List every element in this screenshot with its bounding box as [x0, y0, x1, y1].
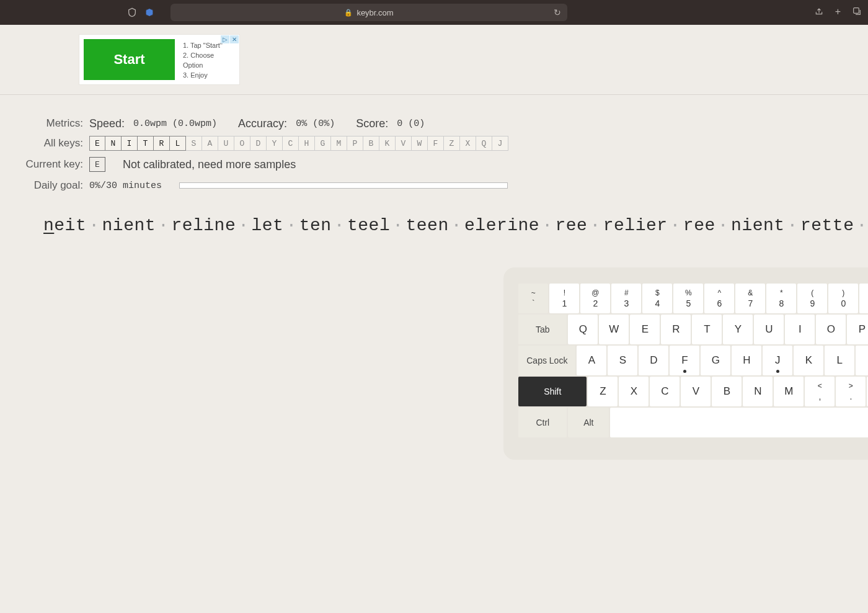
key-indicator-n[interactable]: N: [105, 136, 122, 151]
key-indicator-j[interactable]: J: [492, 136, 508, 151]
extension-icon[interactable]: [144, 7, 154, 17]
key-indicator-i[interactable]: I: [122, 136, 138, 151]
key-8[interactable]: *8: [766, 284, 796, 313]
key-indicator-u[interactable]: U: [218, 136, 234, 151]
key-indicator-z[interactable]: Z: [444, 136, 460, 151]
key-t[interactable]: T: [692, 315, 722, 344]
key--[interactable]: _-: [859, 284, 868, 313]
key-e[interactable]: E: [630, 315, 660, 344]
key-indicator-o[interactable]: O: [234, 136, 250, 151]
share-icon[interactable]: [814, 6, 824, 19]
accuracy-value: 0% (0%): [296, 119, 335, 129]
dailygoal-label: Daily goal:: [0, 179, 89, 192]
key-w[interactable]: W: [599, 315, 629, 344]
key-5[interactable]: %5: [673, 284, 703, 313]
key-s[interactable]: S: [608, 346, 637, 375]
key-a[interactable]: A: [577, 346, 606, 375]
all-keys-row: ENITRLSAUODYCHGMPBKVWFZXQJ: [89, 136, 508, 151]
key-q[interactable]: Q: [568, 315, 598, 344]
key-tab[interactable]: Tab: [518, 315, 567, 344]
key-4[interactable]: $4: [642, 284, 672, 313]
key-m[interactable]: M: [774, 377, 804, 406]
key-l[interactable]: L: [825, 346, 854, 375]
ad-box[interactable]: Start 1. Tap "Start" 2. Choose Option 3.…: [79, 35, 239, 84]
key-.[interactable]: >.: [836, 377, 866, 406]
key-indicator-c[interactable]: C: [283, 136, 299, 151]
key-f[interactable]: F: [670, 346, 699, 375]
key-indicator-f[interactable]: F: [428, 136, 444, 151]
key-indicator-t[interactable]: T: [138, 136, 154, 151]
ad-start-button[interactable]: Start: [84, 39, 175, 80]
key-g[interactable]: G: [701, 346, 730, 375]
key-indicator-s[interactable]: S: [186, 136, 202, 151]
key-9[interactable]: (9: [797, 284, 827, 313]
key-0[interactable]: )0: [828, 284, 858, 313]
current-key-status: Not calibrated, need more samples: [123, 158, 296, 171]
key-indicator-r[interactable]: R: [154, 136, 170, 151]
key-indicator-w[interactable]: W: [412, 136, 428, 151]
key-i[interactable]: I: [785, 315, 815, 344]
key-space[interactable]: [610, 408, 868, 437]
dailygoal-value: 0%/30 minutes: [89, 181, 162, 191]
key-r[interactable]: R: [661, 315, 691, 344]
key-;[interactable]: :;: [856, 346, 868, 375]
url-bar[interactable]: 🔒 keybr.com ↻: [170, 4, 567, 21]
key-indicator-b[interactable]: B: [363, 136, 379, 151]
key-2[interactable]: @2: [580, 284, 610, 313]
key-capslock[interactable]: Caps Lock: [518, 346, 575, 375]
adchoices-icon[interactable]: ▷: [221, 35, 229, 43]
key-j[interactable]: J: [763, 346, 792, 375]
key-6[interactable]: ^6: [704, 284, 734, 313]
key-3[interactable]: #3: [611, 284, 641, 313]
key-o[interactable]: O: [816, 315, 846, 344]
tabs-overview-icon[interactable]: [852, 6, 862, 19]
refresh-icon[interactable]: ↻: [554, 7, 561, 17]
metrics-label: Metrics:: [0, 117, 89, 130]
key-indicator-p[interactable]: P: [347, 136, 363, 151]
key-7[interactable]: &7: [735, 284, 765, 313]
key-indicator-a[interactable]: A: [202, 136, 218, 151]
key-indicator-q[interactable]: Q: [476, 136, 492, 151]
key-y[interactable]: Y: [723, 315, 753, 344]
key-d[interactable]: D: [639, 346, 668, 375]
key-indicator-h[interactable]: H: [299, 136, 315, 151]
speed-value: 0.0wpm (0.0wpm): [133, 119, 217, 129]
key-backtick[interactable]: ~`: [518, 284, 548, 313]
key-left-shift[interactable]: Shift: [518, 377, 587, 406]
ad-banner-region: Start 1. Tap "Start" 2. Choose Option 3.…: [0, 25, 868, 95]
key-indicator-k[interactable]: K: [379, 136, 396, 151]
key-b[interactable]: B: [712, 377, 742, 406]
key-indicator-e[interactable]: E: [89, 136, 105, 151]
ad-close-icon[interactable]: ✕: [230, 35, 239, 43]
privacy-shield-icon[interactable]: [127, 7, 137, 17]
new-tab-icon[interactable]: +: [835, 6, 841, 19]
key-c[interactable]: C: [650, 377, 680, 406]
key-indicator-v[interactable]: V: [396, 136, 412, 151]
key-z[interactable]: Z: [588, 377, 618, 406]
key-indicator-y[interactable]: Y: [267, 136, 283, 151]
key-h[interactable]: H: [732, 346, 761, 375]
daily-goal-bar: [179, 182, 508, 189]
virtual-keyboard: ~`!1@2#3$4%5^6&7*8(9)0_-+=Backspace TabQ…: [503, 267, 868, 460]
key-indicator-m[interactable]: M: [331, 136, 347, 151]
key-u[interactable]: U: [754, 315, 784, 344]
key-indicator-l[interactable]: L: [170, 136, 186, 151]
browser-toolbar: 🔒 keybr.com ↻ +: [0, 0, 868, 25]
lesson-text[interactable]: neit·nient·reline·let·ten·teel·teen·eler…: [0, 195, 868, 251]
key-1[interactable]: !1: [549, 284, 579, 313]
key-,[interactable]: <,: [805, 377, 835, 406]
key-k[interactable]: K: [794, 346, 823, 375]
key-x[interactable]: X: [619, 377, 649, 406]
key-left-ctrl[interactable]: Ctrl: [518, 408, 567, 437]
url-text: keybr.com: [356, 8, 393, 17]
key-indicator-d[interactable]: D: [250, 136, 267, 151]
speed-label: Speed:: [89, 117, 125, 130]
key-n[interactable]: N: [743, 377, 773, 406]
key-v[interactable]: V: [681, 377, 711, 406]
key-left-alt[interactable]: Alt: [568, 408, 609, 437]
key-p[interactable]: P: [847, 315, 868, 344]
key-indicator-x[interactable]: X: [460, 136, 476, 151]
key-indicator-g[interactable]: G: [315, 136, 331, 151]
score-value: 0 (0): [397, 119, 425, 129]
allkeys-label: All keys:: [0, 137, 89, 150]
